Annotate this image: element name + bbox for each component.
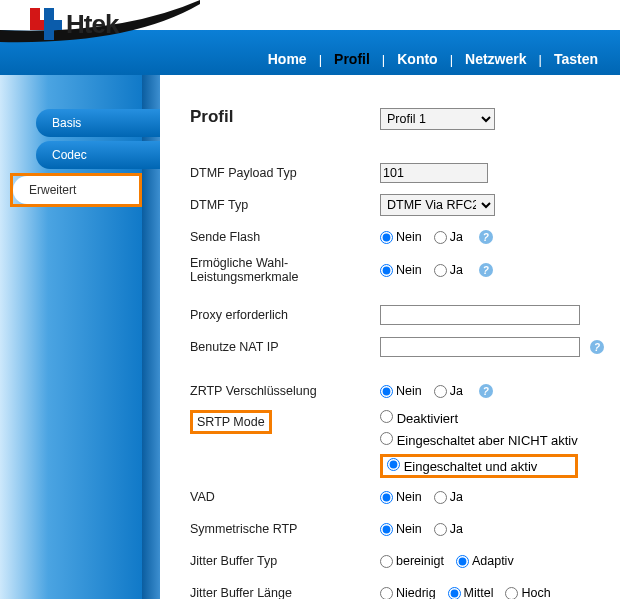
content-area: Profil Profil 1 DTMF Payload Typ DTMF Ty…	[160, 75, 620, 599]
label-dtmf-payload: DTMF Payload Typ	[190, 166, 380, 180]
help-icon[interactable]: ?	[590, 340, 604, 354]
sidebar-item-basis[interactable]: Basis	[36, 109, 160, 137]
nav-profil[interactable]: Profil	[322, 51, 382, 67]
select-dtmf-typ[interactable]: DTMF Via RFC28	[380, 194, 495, 216]
zrtp-ja[interactable]: Ja	[434, 384, 463, 398]
label-jb-typ: Jitter Buffer Typ	[190, 554, 380, 568]
label-nat-ip: Benutze NAT IP	[190, 340, 380, 354]
input-proxy[interactable]	[380, 305, 580, 325]
label-sende-flash: Sende Flash	[190, 230, 380, 244]
nav-home[interactable]: Home	[256, 51, 319, 67]
label-wahl: Ermögliche Wahl-Leistungsmerkmale	[190, 256, 380, 284]
srtp-on-inactive[interactable]: Eingeschaltet aber NICHT aktiv	[380, 432, 578, 448]
help-icon[interactable]: ?	[479, 230, 493, 244]
wahl-nein[interactable]: Nein	[380, 263, 422, 277]
label-jb-len: Jitter Buffer Länge	[190, 586, 380, 599]
input-nat-ip[interactable]	[380, 337, 580, 357]
jblen-mittel[interactable]: Mittel	[448, 586, 494, 599]
nav-konto[interactable]: Konto	[385, 51, 449, 67]
input-dtmf-payload[interactable]	[380, 163, 488, 183]
label-dtmf-typ: DTMF Typ	[190, 198, 380, 212]
vad-ja[interactable]: Ja	[434, 490, 463, 504]
logo: Htek	[30, 8, 118, 40]
vad-nein[interactable]: Nein	[380, 490, 422, 504]
jblen-niedrig[interactable]: Niedrig	[380, 586, 436, 599]
nav-netzwerk[interactable]: Netzwerk	[453, 51, 538, 67]
profile-select[interactable]: Profil 1	[380, 108, 495, 130]
highlight-srtp-label: SRTP Mode	[190, 410, 272, 434]
sende-flash-ja[interactable]: Ja	[434, 230, 463, 244]
highlight-srtp-active: Eingeschaltet und aktiv	[380, 454, 578, 478]
jblen-hoch[interactable]: Hoch	[505, 586, 550, 599]
sende-flash-nein[interactable]: Nein	[380, 230, 422, 244]
label-zrtp: ZRTP Verschlüsselung	[190, 384, 380, 398]
symrtp-nein[interactable]: Nein	[380, 522, 422, 536]
help-icon[interactable]: ?	[479, 384, 493, 398]
jbtyp-bereinigt[interactable]: bereinigt	[380, 554, 444, 568]
page-title: Profil	[190, 107, 380, 127]
label-vad: VAD	[190, 490, 380, 504]
nav-tasten[interactable]: Tasten	[542, 51, 610, 67]
zrtp-nein[interactable]: Nein	[380, 384, 422, 398]
symrtp-ja[interactable]: Ja	[434, 522, 463, 536]
wahl-ja[interactable]: Ja	[434, 263, 463, 277]
brand-text: Htek	[66, 9, 118, 40]
sidebar-item-erweitert[interactable]: Erweitert	[13, 176, 139, 204]
sidebar: Basis Codec Erweitert	[0, 75, 160, 599]
sidebar-item-codec[interactable]: Codec	[36, 141, 160, 169]
highlight-erweitert: Erweitert	[10, 173, 142, 207]
jbtyp-adaptiv[interactable]: Adaptiv	[456, 554, 514, 568]
help-icon[interactable]: ?	[479, 263, 493, 277]
logo-icon	[30, 8, 62, 40]
label-sym-rtp: Symmetrische RTP	[190, 522, 380, 536]
srtp-on-active[interactable]: Eingeschaltet und aktiv	[387, 458, 537, 474]
top-nav: Home| Profil| Konto| Netzwerk| Tasten	[256, 51, 610, 67]
topbar: Htek Home| Profil| Konto| Netzwerk| Tast…	[0, 0, 620, 75]
srtp-deaktiviert[interactable]: Deaktiviert	[380, 410, 578, 426]
label-srtp: SRTP Mode	[197, 415, 265, 429]
label-proxy: Proxy erforderlich	[190, 308, 380, 322]
